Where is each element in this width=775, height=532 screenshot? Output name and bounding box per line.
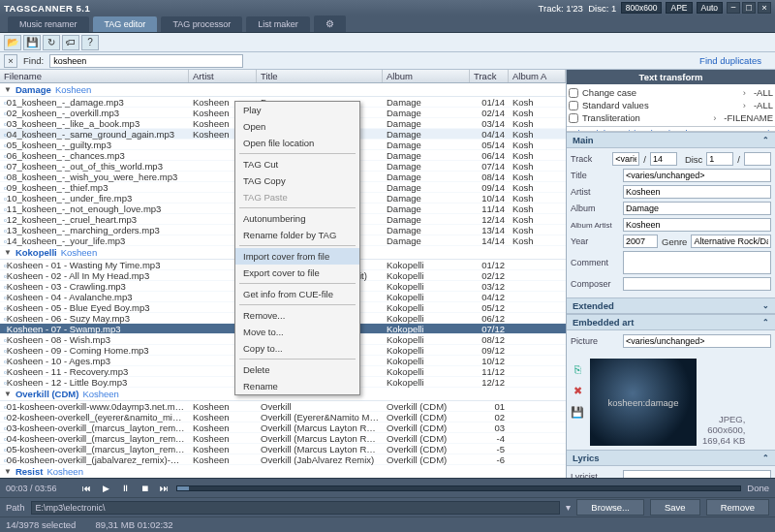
album-input[interactable] — [623, 202, 771, 215]
year-input[interactable] — [623, 235, 658, 248]
path-input[interactable] — [31, 501, 561, 515]
close-button[interactable]: × — [758, 2, 771, 14]
col-filename[interactable]: Filename — [0, 70, 189, 82]
section-main[interactable]: Main⌃ — [567, 132, 775, 148]
statusbar: 14/3978 selected 89,31 MB 01:02:32 — [0, 516, 775, 532]
col-title[interactable]: Title — [257, 70, 383, 82]
minimize-button[interactable]: − — [727, 2, 740, 14]
album-art-thumbnail[interactable]: kosheen:damage — [590, 359, 697, 446]
col-album[interactable]: Album — [383, 70, 470, 82]
tool-help-icon[interactable]: ? — [81, 35, 99, 50]
player-time: 00:03 / 03:56 — [6, 484, 74, 493]
title-input[interactable] — [623, 169, 771, 182]
copy-art-icon[interactable]: ⎘ — [571, 362, 584, 376]
tool-refresh-icon[interactable]: ↻ — [43, 35, 60, 50]
menu-item[interactable]: Autonumbering — [235, 210, 359, 227]
section-embedded-art[interactable]: Embedded art⌃ — [567, 314, 775, 330]
find-duplicates-link[interactable]: Find duplicates — [699, 55, 761, 66]
opt-standard-check[interactable] — [569, 101, 578, 110]
find-label: Find: — [23, 55, 44, 66]
artist-input[interactable] — [623, 185, 771, 199]
menu-item[interactable]: Play — [235, 102, 359, 118]
group-header[interactable]: ▼ Damage Kosheen — [0, 83, 566, 97]
tab-tag-editor[interactable]: TAG editor — [93, 16, 158, 32]
section-lyrics[interactable]: Lyrics⌃ — [567, 450, 775, 466]
albumartist-input[interactable] — [623, 218, 771, 232]
tool-tag-icon[interactable]: 🏷 — [62, 35, 79, 50]
maximize-button[interactable]: □ — [742, 2, 756, 14]
menu-item[interactable]: Import cover from file — [235, 248, 359, 265]
table-row[interactable]: ▫06-kosheen-overkill_(jabalvarez_remix)-… — [0, 454, 566, 465]
menu-item[interactable]: Copy to... — [235, 340, 359, 357]
opt-changecase-check[interactable] — [569, 88, 578, 98]
menu-item[interactable]: Rename folder by TAG — [235, 227, 359, 243]
file-icon: ▫ — [4, 403, 7, 412]
file-icon: ▫ — [4, 184, 7, 193]
play-button[interactable]: ▶ — [99, 482, 112, 495]
section-extended[interactable]: Extended⌄ — [567, 297, 775, 314]
menu-item[interactable]: Move to... — [235, 324, 359, 340]
selection-count: 14/3978 selected — [6, 519, 76, 530]
filelist: Filename Artist Title Album Track Album … — [0, 70, 567, 478]
table-row[interactable]: ▫03-kosheen-overkill_(marcus_layton_remi… — [0, 422, 566, 433]
col-artist[interactable]: Artist — [189, 70, 257, 82]
table-row[interactable]: ▫02-kosheen-overkell_(eyerer&namito_mix)… — [0, 412, 566, 422]
browse-button[interactable]: Browse... — [576, 499, 644, 516]
file-icon: ▫ — [4, 272, 7, 281]
menu-item[interactable]: Delete — [235, 361, 359, 378]
file-icon: ▫ — [4, 163, 7, 172]
file-icon: ▫ — [4, 99, 7, 108]
remove-button[interactable]: Remove — [706, 499, 769, 516]
file-icon: ▫ — [4, 304, 7, 313]
chevron-up-icon: ⌃ — [762, 136, 769, 144]
tool-save-icon[interactable]: 💾 — [23, 35, 41, 50]
table-row[interactable]: ▫01-kosheen-overkill-www.0daymp3.net.mp3… — [0, 401, 566, 412]
opt-translit-check[interactable] — [569, 113, 578, 123]
menu-item[interactable]: TAG Cut — [235, 156, 359, 172]
group-header[interactable]: ▼ Resist Kosheen — [0, 465, 566, 478]
menu-item[interactable]: TAG Copy — [235, 172, 359, 189]
picture-input[interactable] — [623, 334, 771, 348]
genre-input[interactable] — [691, 235, 771, 248]
app-title: TAGSCANNER 5.1 — [4, 3, 90, 14]
disctotal-input[interactable] — [744, 152, 771, 166]
player-status: Done — [747, 483, 769, 493]
menu-item[interactable]: Get info from CUE-file — [235, 286, 359, 302]
settings-tab[interactable]: ⚙ — [314, 16, 346, 32]
menu-item[interactable]: Open — [235, 118, 359, 135]
stop-button[interactable]: ⏹ — [138, 482, 151, 495]
format-badge[interactable]: APE — [666, 2, 692, 14]
tab-list-maker[interactable]: List maker — [246, 16, 310, 32]
tab-tag-processor[interactable]: TAG processor — [161, 16, 242, 32]
find-close-button[interactable]: × — [4, 54, 17, 68]
lyricist-input[interactable] — [623, 470, 771, 478]
table-row[interactable]: ▫04-kosheen-overkill_(marcus_layton_remi… — [0, 433, 566, 444]
menu-item[interactable]: Open file location — [235, 135, 359, 151]
menu-item[interactable]: Rename — [235, 378, 359, 394]
delete-art-icon[interactable]: ✖ — [571, 384, 584, 397]
comment-input[interactable] — [623, 251, 771, 274]
path-dropdown-icon[interactable]: ▾ — [566, 502, 571, 513]
file-icon: ▫ — [4, 336, 7, 345]
tab-music-renamer[interactable]: Music renamer — [8, 16, 89, 32]
save-art-icon[interactable]: 💾 — [571, 405, 584, 419]
table-row[interactable]: ▫05-kosheen-overkill_(marcus_layton_remi… — [0, 444, 566, 454]
menu-item[interactable]: Remove... — [235, 307, 359, 324]
auto-badge[interactable]: Auto — [697, 2, 724, 14]
next-button[interactable]: ⏭ — [157, 482, 170, 495]
prev-button[interactable]: ⏮ — [79, 482, 93, 495]
track-input[interactable] — [612, 152, 639, 166]
save-button[interactable]: Save — [650, 499, 700, 516]
tool-open-icon[interactable]: 📂 — [4, 35, 21, 50]
tracktotal-input[interactable] — [650, 152, 677, 166]
file-icon: ▫ — [4, 368, 7, 377]
menu-item[interactable]: Export cover to file — [235, 265, 359, 281]
find-input[interactable] — [49, 54, 243, 68]
pause-button[interactable]: ⏸ — [118, 482, 132, 495]
progress-bar[interactable] — [176, 485, 741, 491]
composer-input[interactable] — [623, 277, 771, 291]
resolution-badge[interactable]: 800x600 — [621, 2, 663, 14]
col-albumart[interactable]: Album A — [509, 70, 566, 82]
disc-input[interactable] — [706, 152, 733, 166]
col-track[interactable]: Track — [470, 70, 509, 82]
